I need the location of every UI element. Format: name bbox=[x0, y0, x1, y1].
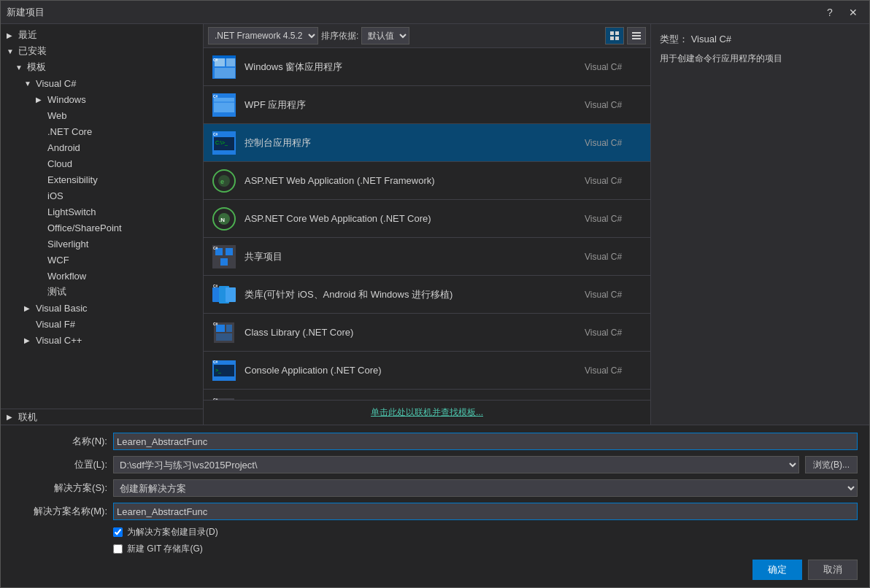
sort-select[interactable]: 默认值 名称 日期 bbox=[361, 27, 409, 45]
tree-item-visual-fsharp[interactable]: Visual F# bbox=[1, 316, 203, 332]
tree-container: ▶ 最近 ▼ 已安装 ▼ 模板 ▼ Visual C# bbox=[1, 24, 203, 409]
grid-view-btn[interactable] bbox=[605, 27, 624, 45]
type-value: Visual C# bbox=[691, 34, 731, 45]
svg-rect-39 bbox=[216, 333, 232, 341]
tree-item-visual-csharp[interactable]: ▼ Visual C# bbox=[1, 75, 203, 91]
ok-button[interactable]: 确定 bbox=[752, 560, 802, 580]
tree-label-templates: 模板 bbox=[27, 61, 46, 74]
tree-label-extensibility: Extensibility bbox=[47, 174, 98, 185]
location-select[interactable]: D:\sdf学习与练习\vs2015Project\ bbox=[113, 456, 799, 473]
template-item-wpf[interactable]: C# WPF 应用程序 Visual C# bbox=[204, 86, 650, 124]
tree-label-installed: 已安装 bbox=[18, 45, 47, 58]
template-lang-class-lib-core: Visual C# bbox=[585, 328, 643, 338]
right-type: 类型： Visual C# bbox=[660, 33, 861, 46]
template-item-asp-net-core[interactable]: .N ASP.NET Core Web Application (.NET Co… bbox=[204, 200, 650, 238]
solution-select[interactable]: 创建新解决方案 添加到解决方案 bbox=[113, 479, 858, 497]
tree-item-office-sharepoint[interactable]: Office/SharePoint bbox=[1, 220, 203, 236]
online-link-section: 单击此处以联机并查找模板... bbox=[204, 400, 650, 425]
svg-rect-2 bbox=[610, 36, 614, 40]
tree-item-workflow[interactable]: Workflow bbox=[1, 268, 203, 284]
svg-rect-5 bbox=[632, 35, 641, 36]
svg-text:C#: C# bbox=[213, 398, 218, 401]
tree-item-online[interactable]: ▶ 联机 bbox=[1, 409, 203, 425]
svg-text:.N: .N bbox=[219, 217, 225, 223]
tree-label-wcf: WCF bbox=[47, 255, 69, 266]
tree-item-web[interactable]: Web bbox=[1, 107, 203, 123]
new-project-dialog: 新建项目 ? ✕ ▶ 最近 ▼ 已安装 ▼ bbox=[0, 0, 870, 588]
svg-rect-0 bbox=[610, 31, 614, 35]
template-name-asp-net-framework: ASP.NET Web Application (.NET Framework) bbox=[245, 175, 577, 186]
title-controls: ? ✕ bbox=[820, 2, 863, 23]
template-icon-portable-lib: C# bbox=[211, 282, 237, 308]
tree-item-recent[interactable]: ▶ 最近 bbox=[1, 27, 203, 43]
tree-item-net-core[interactable]: .NET Core bbox=[1, 123, 203, 139]
create-dir-checkbox[interactable] bbox=[113, 527, 123, 537]
template-item-windows-forms[interactable]: C# Windows 窗体应用程序 Visual C# bbox=[204, 48, 650, 86]
tree-label-lightswitch: LightSwitch bbox=[47, 206, 96, 217]
template-lang-asp-net-core: Visual C# bbox=[585, 214, 643, 224]
tree-item-visual-basic[interactable]: ▶ Visual Basic bbox=[1, 300, 203, 316]
tree-label-online: 联机 bbox=[18, 411, 37, 424]
template-item-class-lib-core[interactable]: C# Class Library (.NET Core) Visual C# bbox=[204, 314, 650, 352]
arrow-visual-basic: ▶ bbox=[24, 304, 36, 312]
toolbar-row: .NET Framework 4.5.2 .NET Framework 4.6 … bbox=[204, 24, 650, 48]
template-name-shared: 共享项目 bbox=[245, 250, 577, 263]
template-item-portable-lib[interactable]: C# 类库(可针对 iOS、Android 和 Windows 进行移植) Vi… bbox=[204, 276, 650, 314]
tree-label-workflow: Workflow bbox=[47, 271, 86, 282]
dialog-title: 新建项目 bbox=[7, 6, 45, 19]
template-item-lib[interactable]: C# 类库 Visual C# bbox=[204, 390, 650, 400]
arrow-visual-cpp: ▶ bbox=[24, 336, 36, 344]
cancel-button[interactable]: 取消 bbox=[808, 560, 858, 580]
framework-select[interactable]: .NET Framework 4.5.2 .NET Framework 4.6 … bbox=[208, 27, 318, 45]
template-name-console-core: Console Application (.NET Core) bbox=[245, 365, 577, 376]
online-link[interactable]: 单击此处以联机并查找模板... bbox=[371, 407, 483, 417]
svg-text:C#: C# bbox=[213, 360, 218, 364]
tree-item-test[interactable]: 测试 bbox=[1, 284, 203, 300]
template-info-console: 控制台应用程序 bbox=[245, 136, 577, 150]
browse-button[interactable]: 浏览(B)... bbox=[805, 456, 858, 473]
tree-label-recent: 最近 bbox=[18, 28, 37, 42]
template-item-console-core[interactable]: >_ C# Console Application (.NET Core) Vi… bbox=[204, 352, 650, 390]
sort-label: 排序依据: bbox=[321, 30, 358, 42]
tree-item-cloud[interactable]: Cloud bbox=[1, 155, 203, 171]
svg-rect-1 bbox=[615, 31, 619, 35]
tree-item-android[interactable]: Android bbox=[1, 139, 203, 155]
type-label: 类型： bbox=[660, 34, 688, 45]
name-input[interactable] bbox=[113, 433, 858, 450]
tree-item-extensibility[interactable]: Extensibility bbox=[1, 171, 203, 187]
template-name-class-lib-core: Class Library (.NET Core) bbox=[245, 327, 577, 338]
tree-item-visual-cpp[interactable]: ▶ Visual C++ bbox=[1, 332, 203, 348]
bottom-form: 名称(N): 位置(L): D:\sdf学习与练习\vs2015Project\… bbox=[1, 425, 869, 587]
tree-item-templates[interactable]: ▼ 模板 bbox=[1, 59, 203, 75]
template-lang-console-core: Visual C# bbox=[585, 365, 643, 376]
template-info-windows-forms: Windows 窗体应用程序 bbox=[245, 61, 577, 74]
tree-item-installed[interactable]: ▼ 已安装 bbox=[1, 43, 203, 59]
template-lang-shared: Visual C# bbox=[585, 252, 643, 262]
arrow-templates: ▼ bbox=[15, 63, 27, 71]
tree-item-lightswitch[interactable]: LightSwitch bbox=[1, 204, 203, 220]
svg-rect-38 bbox=[226, 325, 232, 332]
template-info-class-lib-core: Class Library (.NET Core) bbox=[245, 327, 577, 338]
template-icon-windows-forms: C# bbox=[211, 54, 237, 80]
template-icon-wpf: C# bbox=[211, 92, 237, 118]
tree-item-windows[interactable]: ▶ Windows bbox=[1, 91, 203, 107]
list-view-btn[interactable] bbox=[627, 27, 646, 45]
template-item-console[interactable]: C:\>_ C# 控制台应用程序 Visual C# bbox=[204, 124, 650, 162]
template-lang-asp-net-framework: Visual C# bbox=[585, 176, 643, 186]
svg-text:C#: C# bbox=[213, 284, 218, 288]
tree-label-visual-basic: Visual Basic bbox=[36, 303, 88, 314]
create-git-checkbox[interactable] bbox=[113, 544, 123, 554]
template-item-shared[interactable]: C# 共享项目 Visual C# bbox=[204, 238, 650, 276]
svg-text:C#: C# bbox=[213, 58, 218, 62]
template-item-asp-net-framework[interactable]: e ASP.NET Web Application (.NET Framewor… bbox=[204, 162, 650, 200]
help-button[interactable]: ? bbox=[820, 2, 840, 23]
tree-item-wcf[interactable]: WCF bbox=[1, 252, 203, 268]
arrow-visual-csharp: ▼ bbox=[24, 80, 36, 88]
tree-item-silverlight[interactable]: Silverlight bbox=[1, 236, 203, 252]
tree-item-ios[interactable]: iOS bbox=[1, 187, 203, 204]
name-label: 名称(N): bbox=[12, 435, 107, 448]
close-button[interactable]: ✕ bbox=[843, 2, 863, 23]
svg-rect-30 bbox=[220, 258, 228, 266]
solution-name-input[interactable] bbox=[113, 503, 858, 520]
template-name-wpf: WPF 应用程序 bbox=[245, 98, 577, 112]
